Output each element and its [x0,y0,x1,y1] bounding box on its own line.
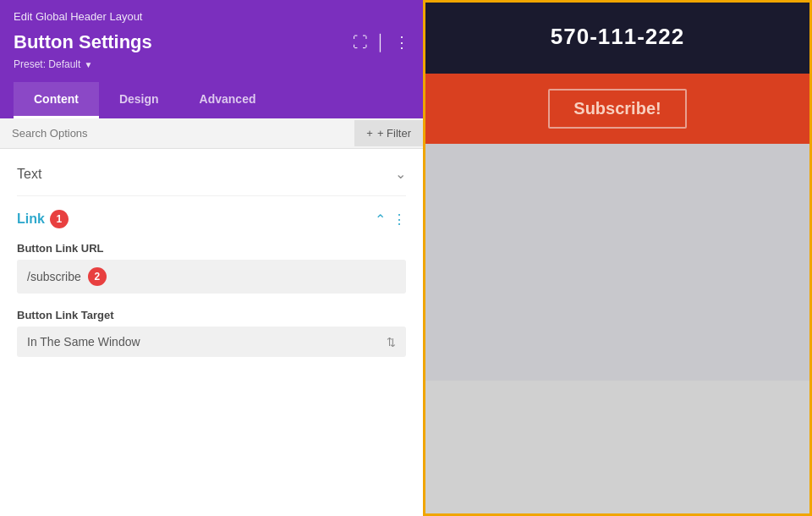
link-section: Link 1 ⌃ ⋮ Button Link URL /subscribe 2 … [17,196,406,357]
target-select[interactable]: In The Same Window In A New Tab [17,327,406,357]
text-section: Text ⌄ [17,149,406,196]
header-icons: ⛶ │ ⋮ [353,33,409,52]
preview-gray-area [423,144,812,381]
preview-subscribe-bar: Subscribe! [423,74,812,144]
url-badge: 2 [88,267,107,286]
filter-button[interactable]: + + Filter [354,120,423,146]
filter-plus-icon: + [366,127,373,140]
tab-design[interactable]: Design [99,82,179,118]
preset-text: Preset: Default [14,58,80,70]
tab-advanced[interactable]: Advanced [179,82,277,118]
settings-row: Button Settings ⛶ │ ⋮ [14,31,409,53]
preview-header-dark: 570-111-222 [423,0,812,74]
subscribe-button[interactable]: Subscribe! [548,89,686,129]
url-field-label: Button Link URL [17,242,406,255]
search-filter-row: + + Filter [0,118,423,149]
panel-content: Text ⌄ Link 1 ⌃ ⋮ Button Link URL /subsc… [0,149,423,516]
split-icon[interactable]: │ [376,34,386,52]
link-section-header: Link 1 ⌃ ⋮ [17,210,406,228]
link-chevron-up-icon[interactable]: ⌃ [375,211,386,228]
right-panel: 570-111-222 Subscribe! [423,0,812,516]
link-section-title: Link [17,211,45,227]
target-select-wrapper: In The Same Window In A New Tab [17,327,406,357]
preset-arrow-icon: ▼ [84,60,92,69]
target-field-label: Button Link Target [17,309,406,321]
left-panel: Edit Global Header Layout Button Setting… [0,0,423,516]
link-title-group: Link 1 [17,210,69,228]
panel-title-bar: Edit Global Header Layout [14,10,409,23]
link-icons: ⌃ ⋮ [375,211,406,228]
phone-number: 570-111-222 [551,24,684,50]
panel-header: Edit Global Header Layout Button Setting… [0,0,423,118]
preset-label[interactable]: Preset: Default ▼ [14,58,409,70]
search-input[interactable] [0,118,354,148]
text-chevron-icon: ⌄ [395,166,406,182]
expand-icon[interactable]: ⛶ [353,34,368,52]
edit-header-label: Edit Global Header Layout [14,10,142,23]
url-field-input[interactable]: /subscribe 2 [17,260,406,294]
settings-title: Button Settings [14,31,152,53]
link-badge: 1 [50,210,69,228]
url-value: /subscribe [27,270,81,283]
text-section-title: Text [17,167,41,182]
dots-menu-icon[interactable]: ⋮ [394,33,409,52]
text-section-header[interactable]: Text ⌄ [17,149,406,195]
tabs-row: Content Design Advanced [14,82,409,118]
link-dots-icon[interactable]: ⋮ [392,211,406,228]
tab-content[interactable]: Content [14,82,99,118]
filter-label: + Filter [377,127,411,140]
